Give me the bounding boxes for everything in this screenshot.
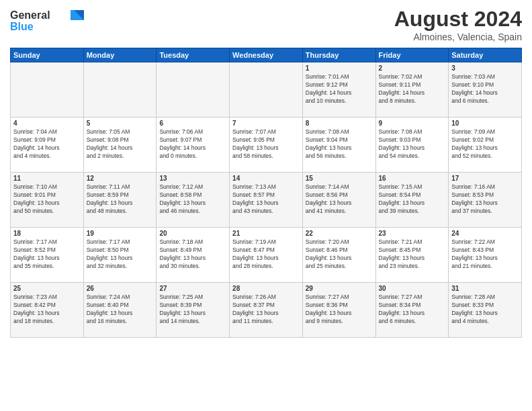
week-row-2: 11Sunrise: 7:10 AMSunset: 9:01 PMDayligh… [11,173,522,228]
day-info: Sunrise: 7:16 AMSunset: 8:53 PMDaylight:… [451,183,519,216]
day-header-thursday: Thursday [302,48,375,62]
svg-text:General: General [10,9,50,21]
page: General Blue August 2024 Almoines, Valen… [0,0,532,411]
cell-0-3 [230,62,303,118]
day-info: Sunrise: 7:26 AMSunset: 8:37 PMDaylight:… [232,293,300,326]
day-info: Sunrise: 7:02 AMSunset: 9:11 PMDaylight:… [379,73,446,105]
day-header-wednesday: Wednesday [230,48,303,62]
logo-text: General Blue [10,7,84,36]
title-block: August 2024 Almoines, Valencia, Spain [394,7,522,42]
header: General Blue August 2024 Almoines, Valen… [10,7,522,42]
day-info: Sunrise: 7:17 AMSunset: 8:52 PMDaylight:… [13,238,81,271]
day-number: 23 [379,230,446,237]
day-info: Sunrise: 7:22 AMSunset: 8:43 PMDaylight:… [451,238,519,271]
day-number: 31 [451,285,519,292]
day-info: Sunrise: 7:18 AMSunset: 8:49 PMDaylight:… [159,238,226,271]
day-info: Sunrise: 7:25 AMSunset: 8:39 PMDaylight:… [159,293,226,326]
day-info: Sunrise: 7:14 AMSunset: 8:56 PMDaylight:… [306,183,373,216]
week-row-4: 25Sunrise: 7:23 AMSunset: 8:42 PMDayligh… [11,283,522,338]
cell-3-5: 23Sunrise: 7:21 AMSunset: 8:45 PMDayligh… [375,228,449,283]
cell-0-6: 3Sunrise: 7:03 AMSunset: 9:10 PMDaylight… [449,62,522,118]
cell-0-0 [11,62,84,118]
cell-2-5: 16Sunrise: 7:15 AMSunset: 8:54 PMDayligh… [375,173,449,228]
day-info: Sunrise: 7:08 AMSunset: 9:03 PMDaylight:… [379,128,446,161]
day-number: 17 [451,175,519,182]
cell-2-4: 15Sunrise: 7:14 AMSunset: 8:56 PMDayligh… [302,173,375,228]
cell-3-3: 21Sunrise: 7:19 AMSunset: 8:47 PMDayligh… [230,228,303,283]
day-number: 25 [13,285,81,292]
logo: General Blue [10,7,84,36]
day-number: 7 [232,120,300,127]
day-info: Sunrise: 7:12 AMSunset: 8:58 PMDaylight:… [159,183,226,216]
day-info: Sunrise: 7:21 AMSunset: 8:45 PMDaylight:… [379,238,446,271]
day-info: Sunrise: 7:19 AMSunset: 8:47 PMDaylight:… [232,238,300,271]
location: Almoines, Valencia, Spain [394,32,522,42]
day-number: 24 [451,230,519,237]
cell-3-0: 18Sunrise: 7:17 AMSunset: 8:52 PMDayligh… [11,228,84,283]
day-number: 2 [379,64,446,72]
day-number: 11 [13,175,81,182]
day-number: 26 [87,285,154,292]
day-info: Sunrise: 7:17 AMSunset: 8:50 PMDaylight:… [87,238,154,271]
day-number: 8 [306,120,373,127]
day-info: Sunrise: 7:04 AMSunset: 9:09 PMDaylight:… [13,128,81,161]
day-number: 13 [159,175,226,182]
day-info: Sunrise: 7:27 AMSunset: 8:36 PMDaylight:… [306,293,373,326]
day-header-tuesday: Tuesday [157,48,230,62]
cell-2-0: 11Sunrise: 7:10 AMSunset: 9:01 PMDayligh… [11,173,84,228]
cell-4-5: 30Sunrise: 7:27 AMSunset: 8:34 PMDayligh… [375,283,449,338]
day-info: Sunrise: 7:05 AMSunset: 9:08 PMDaylight:… [87,128,154,161]
day-number: 12 [87,175,154,182]
cell-1-1: 5Sunrise: 7:05 AMSunset: 9:08 PMDaylight… [83,118,157,173]
cell-4-4: 29Sunrise: 7:27 AMSunset: 8:36 PMDayligh… [302,283,375,338]
day-info: Sunrise: 7:20 AMSunset: 8:46 PMDaylight:… [306,238,373,271]
day-header-saturday: Saturday [449,48,522,62]
day-number: 20 [159,230,226,237]
day-info: Sunrise: 7:15 AMSunset: 8:54 PMDaylight:… [379,183,446,216]
cell-4-3: 28Sunrise: 7:26 AMSunset: 8:37 PMDayligh… [230,283,303,338]
cell-2-1: 12Sunrise: 7:11 AMSunset: 8:59 PMDayligh… [83,173,157,228]
day-info: Sunrise: 7:09 AMSunset: 9:02 PMDaylight:… [451,128,519,161]
day-info: Sunrise: 7:07 AMSunset: 9:05 PMDaylight:… [232,128,300,161]
calendar-table: SundayMondayTuesdayWednesdayThursdayFrid… [10,48,522,338]
cell-1-3: 7Sunrise: 7:07 AMSunset: 9:05 PMDaylight… [230,118,303,173]
day-number: 19 [87,230,154,237]
day-number: 30 [379,285,446,292]
day-number: 21 [232,230,300,237]
week-row-1: 4Sunrise: 7:04 AMSunset: 9:09 PMDaylight… [11,118,522,173]
week-row-0: 1Sunrise: 7:01 AMSunset: 9:12 PMDaylight… [11,62,522,118]
svg-text:Blue: Blue [10,21,34,32]
cell-0-1 [83,62,157,118]
day-number: 1 [306,64,373,72]
day-info: Sunrise: 7:01 AMSunset: 9:12 PMDaylight:… [306,73,373,105]
day-info: Sunrise: 7:11 AMSunset: 8:59 PMDaylight:… [87,183,154,216]
cell-1-2: 6Sunrise: 7:06 AMSunset: 9:07 PMDaylight… [157,118,230,173]
day-info: Sunrise: 7:03 AMSunset: 9:10 PMDaylight:… [451,73,519,105]
cell-0-5: 2Sunrise: 7:02 AMSunset: 9:11 PMDaylight… [375,62,449,118]
cell-2-2: 13Sunrise: 7:12 AMSunset: 8:58 PMDayligh… [157,173,230,228]
month-year: August 2024 [394,7,522,32]
day-info: Sunrise: 7:06 AMSunset: 9:07 PMDaylight:… [159,128,226,161]
day-number: 5 [87,120,154,127]
day-number: 6 [159,120,226,127]
cell-3-2: 20Sunrise: 7:18 AMSunset: 8:49 PMDayligh… [157,228,230,283]
cell-0-4: 1Sunrise: 7:01 AMSunset: 9:12 PMDaylight… [302,62,375,118]
cell-1-0: 4Sunrise: 7:04 AMSunset: 9:09 PMDaylight… [11,118,84,173]
cell-1-6: 10Sunrise: 7:09 AMSunset: 9:02 PMDayligh… [449,118,522,173]
day-info: Sunrise: 7:24 AMSunset: 8:40 PMDaylight:… [87,293,154,326]
day-number: 22 [306,230,373,237]
cell-3-1: 19Sunrise: 7:17 AMSunset: 8:50 PMDayligh… [83,228,157,283]
day-info: Sunrise: 7:27 AMSunset: 8:34 PMDaylight:… [379,293,446,326]
cell-4-1: 26Sunrise: 7:24 AMSunset: 8:40 PMDayligh… [83,283,157,338]
day-number: 27 [159,285,226,292]
day-header-sunday: Sunday [11,48,84,62]
day-number: 14 [232,175,300,182]
header-row: SundayMondayTuesdayWednesdayThursdayFrid… [11,48,522,62]
day-number: 18 [13,230,81,237]
day-number: 3 [451,64,519,72]
day-info: Sunrise: 7:28 AMSunset: 8:33 PMDaylight:… [451,293,519,326]
day-info: Sunrise: 7:13 AMSunset: 8:57 PMDaylight:… [232,183,300,216]
day-number: 15 [306,175,373,182]
cell-4-2: 27Sunrise: 7:25 AMSunset: 8:39 PMDayligh… [157,283,230,338]
day-info: Sunrise: 7:08 AMSunset: 9:04 PMDaylight:… [306,128,373,161]
